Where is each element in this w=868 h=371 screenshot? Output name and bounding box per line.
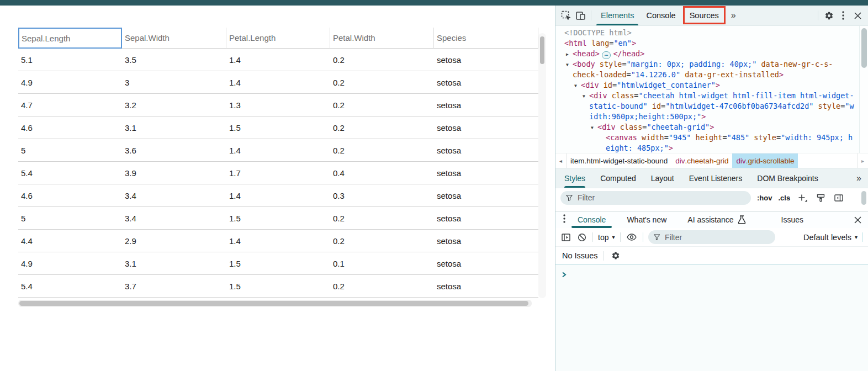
table-cell[interactable]: 5 bbox=[18, 139, 122, 161]
table-cell[interactable]: 5.4 bbox=[18, 162, 122, 184]
collapse-arrow-icon[interactable]: ▼ bbox=[583, 91, 589, 102]
table-cell[interactable]: 1.4 bbox=[226, 184, 330, 206]
vertical-scrollbar-thumb[interactable] bbox=[540, 36, 544, 64]
table-cell[interactable]: 1.5 bbox=[226, 252, 330, 274]
tab-dom-breakpoints[interactable]: DOM Breakpoints bbox=[757, 168, 818, 188]
tab-computed[interactable]: Computed bbox=[600, 168, 636, 188]
tab-styles[interactable]: Styles bbox=[564, 168, 585, 188]
collapse-arrow-icon[interactable]: ▼ bbox=[566, 60, 572, 70]
collapse-arrow-icon[interactable]: ▼ bbox=[591, 123, 597, 133]
dom-tree-node[interactable]: ▼<body style="margin: 0px; padding: 40px… bbox=[555, 59, 868, 70]
styles-filter-input[interactable] bbox=[576, 193, 745, 203]
column-header-petal-width[interactable]: Petal.Width bbox=[330, 28, 434, 49]
log-levels-dropdown[interactable]: Default levels ▾ bbox=[803, 233, 858, 242]
table-cell[interactable]: 0.3 bbox=[330, 184, 434, 206]
table-cell[interactable]: 0.4 bbox=[330, 162, 434, 184]
table-cell[interactable]: setosa bbox=[434, 252, 538, 274]
console-filter-input[interactable] bbox=[664, 232, 769, 242]
table-cell[interactable]: setosa bbox=[434, 116, 538, 139]
table-cell[interactable]: 1.4 bbox=[226, 230, 330, 252]
console-prompt[interactable] bbox=[555, 265, 868, 371]
table-cell[interactable]: setosa bbox=[434, 71, 538, 93]
dom-tree-node[interactable]: ▶<head>…</head> bbox=[555, 49, 868, 59]
create-live-expression-button[interactable] bbox=[626, 230, 638, 245]
styles-scrollbar-thumb[interactable] bbox=[861, 191, 866, 205]
table-cell[interactable]: 0.2 bbox=[330, 275, 434, 297]
console-settings-button[interactable] bbox=[610, 248, 621, 263]
table-cell[interactable]: setosa bbox=[434, 139, 538, 161]
table-cell[interactable]: 4.4 bbox=[18, 230, 122, 252]
table-cell[interactable]: 1.7 bbox=[226, 162, 330, 184]
dom-tree-node[interactable]: <canvas width="945" height="485" style="… bbox=[555, 132, 868, 143]
table-cell[interactable]: 3.5 bbox=[122, 49, 226, 71]
table-cell[interactable]: setosa bbox=[434, 49, 538, 71]
console-filter-box[interactable] bbox=[648, 230, 775, 244]
devtools-close-button[interactable] bbox=[850, 8, 865, 23]
clear-console-button[interactable] bbox=[576, 230, 588, 245]
table-cell[interactable]: setosa bbox=[434, 275, 538, 297]
dom-tree-node[interactable]: <html lang="en"> bbox=[555, 38, 868, 49]
table-cell[interactable]: setosa bbox=[434, 184, 538, 206]
table-cell[interactable]: 1.3 bbox=[226, 94, 330, 116]
dom-tree-node[interactable]: idth:960px;height:500px;"> bbox=[555, 112, 868, 122]
table-cell[interactable]: 1.5 bbox=[226, 275, 330, 297]
breadcrumb-scroll-left-button[interactable]: ◂ bbox=[555, 153, 567, 168]
inspect-element-button[interactable] bbox=[559, 8, 573, 23]
table-cell[interactable]: 4.6 bbox=[18, 184, 122, 206]
element-classes-button[interactable]: .cls bbox=[778, 194, 790, 202]
devtools-settings-button[interactable] bbox=[822, 8, 836, 23]
table-cell[interactable]: 3.1 bbox=[122, 252, 226, 274]
toggle-device-toolbar-button[interactable] bbox=[573, 8, 588, 23]
dom-tree-node[interactable]: check-loaded="14.1226.0" data-gr-ext-ins… bbox=[555, 70, 868, 80]
rendering-emulation-button[interactable] bbox=[814, 190, 827, 205]
table-cell[interactable]: 0.2 bbox=[330, 207, 434, 229]
expand-arrow-icon[interactable]: ▶ bbox=[566, 49, 572, 60]
table-cell[interactable]: 4.7 bbox=[18, 94, 122, 116]
table-cell[interactable]: 1.4 bbox=[226, 71, 330, 93]
horizontal-scrollbar-thumb[interactable] bbox=[19, 301, 528, 306]
toggle-sidebar-panel-button[interactable] bbox=[833, 190, 845, 205]
breadcrumb-item-selected[interactable]: div.grid-scrollable bbox=[732, 153, 798, 168]
table-cell[interactable]: setosa bbox=[434, 162, 538, 184]
dom-tree-node[interactable]: ▼<div class="cheetah-grid"> bbox=[555, 122, 868, 132]
console-sidebar-button[interactable] bbox=[560, 230, 571, 245]
elements-tree-scrollbar-thumb[interactable] bbox=[861, 28, 867, 68]
devtools-menu-button[interactable] bbox=[836, 8, 850, 23]
toggle-element-state-button[interactable]: :hov bbox=[757, 194, 772, 202]
styles-filter-box[interactable] bbox=[560, 191, 751, 205]
table-cell[interactable]: 3.9 bbox=[122, 162, 226, 184]
breadcrumb-item[interactable]: div.cheetah-grid bbox=[671, 153, 732, 168]
new-style-rule-button[interactable] bbox=[796, 190, 808, 205]
table-cell[interactable]: 1.5 bbox=[226, 116, 330, 139]
tab-console[interactable]: Console bbox=[640, 6, 681, 25]
drawer-tab-whats-new[interactable]: What's new bbox=[619, 211, 674, 228]
elements-tree-scrollbar[interactable] bbox=[859, 26, 868, 153]
table-cell[interactable]: 0.2 bbox=[330, 49, 434, 71]
tab-event-listeners[interactable]: Event Listeners bbox=[689, 168, 743, 188]
table-cell[interactable]: 1.5 bbox=[226, 207, 330, 229]
column-header-petal-length[interactable]: Petal.Length bbox=[226, 28, 330, 49]
tab-elements[interactable]: Elements bbox=[595, 6, 640, 25]
table-horizontal-scrollbar[interactable] bbox=[18, 300, 532, 307]
drawer-tab-ai-assistance[interactable]: AI assistance bbox=[680, 211, 753, 228]
drawer-tab-console[interactable]: Console bbox=[570, 211, 613, 228]
table-cell[interactable]: 0.1 bbox=[330, 252, 434, 274]
table-cell[interactable]: 3.7 bbox=[122, 275, 226, 297]
table-cell[interactable]: 2.9 bbox=[122, 230, 226, 252]
table-cell[interactable]: 3 bbox=[122, 71, 226, 93]
table-cell[interactable]: 4.9 bbox=[18, 252, 122, 274]
column-header-sepal-length[interactable]: Sepal.Length bbox=[18, 28, 122, 49]
table-cell[interactable]: 5.1 bbox=[18, 49, 122, 71]
table-cell[interactable]: setosa bbox=[434, 94, 538, 116]
dom-tree-node[interactable]: <!DOCTYPE html> bbox=[555, 28, 868, 38]
table-cell[interactable]: 4.6 bbox=[18, 116, 122, 139]
collapse-arrow-icon[interactable]: ▼ bbox=[574, 81, 580, 91]
drawer-tab-issues[interactable]: Issues bbox=[774, 211, 811, 228]
table-cell[interactable]: 3.2 bbox=[122, 94, 226, 116]
table-cell[interactable]: 4.9 bbox=[18, 71, 122, 93]
expand-inline-button[interactable]: … bbox=[602, 51, 611, 59]
table-cell[interactable]: 1.4 bbox=[226, 139, 330, 161]
table-cell[interactable]: setosa bbox=[434, 207, 538, 229]
table-cell[interactable]: 0.2 bbox=[330, 230, 434, 252]
more-tabs-button[interactable]: » bbox=[727, 10, 740, 20]
